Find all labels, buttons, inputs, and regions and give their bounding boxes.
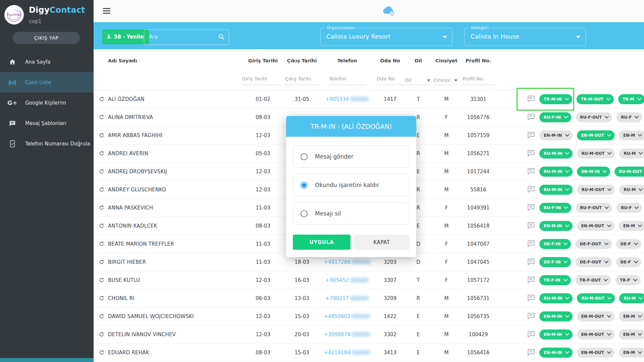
status-pill-en-m-out[interactable]: EN-M-OUT — [577, 311, 614, 321]
table-row[interactable]: DETELIN IVANOV VINCHEV12-0320-03+3598876… — [94, 325, 644, 344]
status-pill-ru-f[interactable]: RU-F — [616, 112, 642, 122]
status-pill-ru-m-out[interactable]: RU-M-OUT — [577, 293, 615, 303]
filter-room-input[interactable] — [376, 73, 406, 84]
modal-option-mesaj-g-nder[interactable]: Mesaj gönder — [293, 145, 410, 168]
filter-checkout-input[interactable] — [284, 73, 321, 84]
filter-profile-input[interactable] — [462, 73, 497, 84]
filter-checkin-input[interactable] — [241, 73, 282, 84]
status-pill-ru-m[interactable]: RU-M — [619, 148, 644, 159]
status-pill-en-m-in[interactable]: EN-M-IN — [539, 221, 573, 231]
table-row[interactable]: EDUARD REHAK08-0315-03+42191843413EM1056… — [94, 344, 644, 362]
sidebar-item-canl-liste[interactable]: Canlı Liste — [0, 72, 94, 93]
status-pill-ru-f-out[interactable]: RU-F-OUT — [576, 203, 612, 213]
message-bubble-icon[interactable] — [527, 114, 535, 121]
status-pill-en-m-in[interactable]: EN-M-IN — [539, 348, 573, 358]
table-row[interactable]: BUSE KUTLU12-0316-03+9054523307TF1057172… — [94, 271, 644, 289]
message-bubble-icon[interactable] — [527, 222, 535, 229]
modal-option-okundu-i-aretini-kald-r[interactable]: Okundu işaretini kaldır — [293, 174, 410, 196]
message-bubble-icon[interactable] — [527, 295, 535, 302]
status-pill-ru-m-out[interactable]: RU-M-OUT — [577, 148, 615, 159]
message-bubble-icon[interactable] — [527, 258, 535, 265]
status-pill-tr-f-in[interactable]: TR-F-IN — [539, 275, 571, 285]
status-pill-en-m-out[interactable]: EN-M-OUT — [577, 130, 614, 140]
status-pill-tr-f[interactable]: TR-F — [615, 275, 641, 285]
status-pill-tr-m-in[interactable]: TR-M-IN — [539, 94, 572, 104]
status-pill-en-m-in[interactable]: EN-M-IN — [539, 329, 573, 340]
status-pill-de-f-out[interactable]: DE-F-OUT — [575, 257, 611, 267]
status-pill-en-m-out[interactable]: EN-M-OUT — [577, 221, 614, 231]
row-refresh-icon[interactable] — [99, 296, 104, 301]
status-pill-de-f[interactable]: DE-F — [616, 239, 641, 249]
search-icon[interactable] — [218, 34, 225, 42]
status-pill-ru-m-out[interactable]: RU-M-OUT — [614, 167, 644, 177]
row-refresh-icon[interactable] — [99, 241, 104, 247]
cell-phone[interactable]: +905334 — [325, 96, 369, 102]
radio-selected-icon[interactable] — [301, 182, 308, 189]
row-refresh-icon[interactable] — [99, 205, 104, 210]
status-pill-ru-m[interactable]: RU-M — [619, 293, 644, 303]
menu-hamburger-icon[interactable] — [103, 8, 110, 15]
row-refresh-icon[interactable] — [99, 97, 104, 102]
sidebar-item-telefon-numaras-do-rula[interactable]: Telefon Numarası Doğrula — [0, 133, 94, 154]
cloud-sync-icon[interactable] — [381, 5, 397, 17]
radio-unselected-icon[interactable] — [301, 210, 308, 217]
status-pill-ru-m-in[interactable]: RU-M-IN — [539, 293, 573, 303]
table-row[interactable]: DAWID SAMUEL WOJCIECHOWSKI12-0315-03+485… — [94, 307, 644, 325]
status-pill-de-f-in[interactable]: DE-F-IN — [539, 257, 571, 267]
status-pill-de-f-in[interactable]: DE-F-IN — [539, 239, 571, 249]
close-button[interactable]: KAPAT — [354, 235, 410, 250]
status-pill-tr-m[interactable]: TR-M — [618, 94, 644, 104]
logout-button[interactable]: ÇIKIŞ YAP — [13, 32, 80, 44]
cell-phone[interactable]: +4219184 — [324, 350, 370, 356]
status-pill-de-f-out[interactable]: DE-F-OUT — [575, 239, 611, 249]
cell-phone[interactable]: +4917286 — [324, 259, 370, 265]
message-bubble-icon[interactable] — [527, 313, 535, 320]
row-refresh-icon[interactable] — [99, 133, 104, 138]
message-bubble-icon[interactable] — [527, 349, 535, 356]
status-pill-tr-f-out[interactable]: TR-F-OUT — [575, 275, 611, 285]
message-bubble-icon[interactable] — [527, 277, 535, 284]
message-bubble-icon[interactable] — [527, 132, 535, 139]
row-refresh-icon[interactable] — [99, 278, 104, 283]
cell-phone[interactable]: +3598876 — [324, 331, 370, 338]
status-pill-ru-m-out[interactable]: RU-M-OUT — [577, 185, 615, 195]
status-pill-ru-m-in[interactable]: RU-M-IN — [539, 185, 573, 195]
category-select[interactable]: Kategori Calista In House — [465, 28, 586, 46]
status-pill-en-m[interactable]: EN-M — [619, 348, 644, 358]
cell-phone[interactable]: +790217 — [325, 295, 369, 301]
cell-phone[interactable]: +905452 — [325, 277, 369, 283]
row-refresh-icon[interactable] — [99, 151, 104, 156]
message-bubble-icon[interactable] — [527, 240, 535, 247]
row-refresh-icon[interactable] — [99, 187, 104, 192]
message-bubble-icon[interactable] — [527, 96, 535, 103]
status-pill-en-m-in[interactable]: EN-M-IN — [539, 130, 573, 140]
status-pill-de-f[interactable]: DE-F — [616, 257, 641, 267]
status-pill-ru-f-out[interactable]: RU-F-OUT — [576, 112, 612, 122]
status-pill-ru-f[interactable]: RU-F — [616, 203, 642, 213]
status-pill-en-m-in[interactable]: EN-M-IN — [577, 167, 610, 177]
radio-unselected-icon[interactable] — [301, 153, 308, 160]
table-row[interactable]: CHONIL RI06-0313-03+7902173209RM1056731R… — [94, 289, 644, 307]
modal-option-mesaj-sil[interactable]: Mesajı sil — [293, 202, 410, 225]
status-pill-en-m[interactable]: EN-M — [619, 221, 644, 231]
status-pill-en-m-out[interactable]: EN-M-OUT — [577, 348, 614, 358]
row-refresh-icon[interactable] — [99, 314, 104, 319]
filter-language-select[interactable]: Dil — [405, 73, 430, 85]
message-bubble-icon[interactable] — [527, 168, 535, 175]
status-pill-ru-m-in[interactable]: RU-M-IN — [539, 148, 573, 159]
filter-phone-input[interactable] — [328, 73, 367, 84]
cell-phone[interactable]: +4850602 — [324, 313, 370, 319]
message-bubble-icon[interactable] — [527, 186, 535, 193]
sidebar-item-mesaj-ablonlar-[interactable]: Mesaj Şablonları — [0, 113, 94, 133]
row-refresh-icon[interactable] — [99, 332, 104, 337]
table-row[interactable]: ALİ ÖZDOĞAN01-0231-05+9053341417TM31301T… — [94, 90, 644, 108]
row-refresh-icon[interactable] — [99, 223, 104, 229]
status-pill-en-m[interactable]: EN-M — [619, 130, 644, 140]
status-pill-tr-m-out[interactable]: TR-M-OUT — [577, 94, 614, 104]
refresh-count-button[interactable]: 58 - Yenile — [102, 29, 149, 44]
row-refresh-icon[interactable] — [99, 115, 104, 120]
status-pill-en-m[interactable]: EN-M — [619, 329, 644, 340]
row-refresh-icon[interactable] — [99, 169, 104, 174]
filter-gender-select[interactable]: Cinsiyet — [433, 73, 458, 85]
apply-button[interactable]: UYGULA — [293, 235, 351, 250]
